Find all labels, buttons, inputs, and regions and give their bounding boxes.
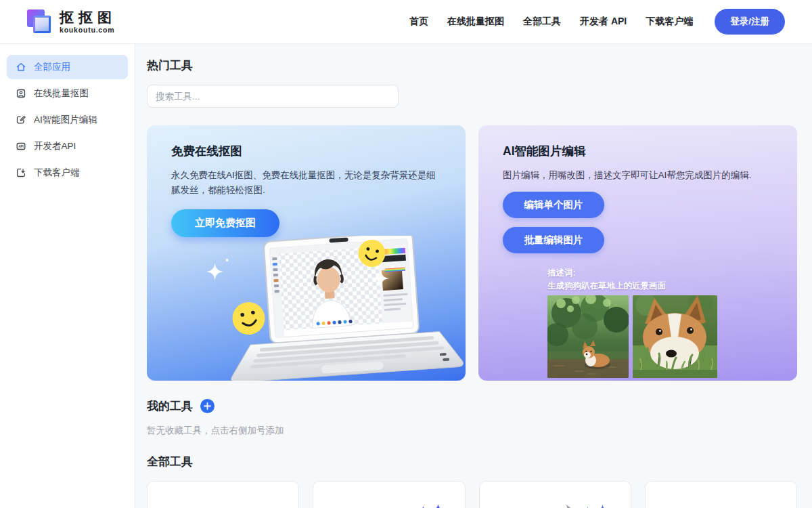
- sidebar-item-label: 下载客户端: [34, 167, 80, 179]
- brand-domain: koukoutu.com: [60, 26, 116, 34]
- free-cutout-title: 免费在线抠图: [171, 143, 445, 159]
- download-icon: [16, 167, 26, 178]
- nav-developer-api[interactable]: 开发者 API: [580, 16, 627, 28]
- portrait-icon: [16, 88, 26, 99]
- api-icon: API: [16, 141, 26, 152]
- output-image-figure: 输出结果: [633, 295, 717, 381]
- edit-icon: [16, 114, 26, 125]
- input-dog-image: [547, 295, 629, 378]
- sidebar-item-label: 全部应用: [34, 61, 70, 73]
- sparkle-icon: [420, 504, 443, 508]
- svg-text:API: API: [18, 145, 24, 148]
- edit-batch-images-button[interactable]: 批量编辑图片: [503, 227, 604, 253]
- nav-home[interactable]: 首页: [409, 16, 428, 28]
- tool-card-pattern-extract[interactable]: 万物图案提取: [645, 481, 797, 508]
- sidebar-item-label: AI智能图片编辑: [34, 114, 97, 126]
- search-input[interactable]: [147, 85, 399, 108]
- add-tool-button[interactable]: [200, 399, 215, 413]
- plus-icon: [204, 402, 211, 410]
- nav-batch-cutout[interactable]: 在线批量抠图: [447, 16, 504, 28]
- brand-name: 抠抠图: [60, 9, 116, 25]
- nav-download-client[interactable]: 下载客户端: [646, 16, 693, 28]
- sidebar-item-all-apps[interactable]: 全部应用: [7, 55, 128, 79]
- free-cutout-cta-button[interactable]: 立即免费抠图: [171, 209, 279, 237]
- tool-card-plant-cutout[interactable]: [313, 481, 465, 508]
- my-tools-title: 我的工具: [147, 398, 193, 414]
- my-tools-header: 我的工具: [147, 398, 797, 414]
- ai-edit-description: 图片编辑，用嘴改图，描述文字即可让AI帮您完成图片的编辑.: [503, 168, 772, 183]
- app-window: 抠抠图 koukoutu.com 首页 在线批量抠图 全部工具 开发者 API …: [0, 0, 812, 508]
- smiley-sticker: [229, 299, 268, 338]
- sidebar-item-developer-api[interactable]: API 开发者API: [7, 134, 128, 158]
- sparkle-icon: [585, 505, 608, 508]
- sidebar-item-label: 开发者API: [34, 140, 76, 152]
- all-tools-grid: 万物图案提取: [147, 481, 797, 508]
- brand-logo-icon: [27, 9, 53, 35]
- prompt-example: 描述词: 生成狗狗趴在草地上的近景画面: [547, 267, 777, 293]
- tool-card-portrait-cutout[interactable]: [147, 481, 299, 508]
- tool-card-photo-compare[interactable]: [479, 481, 631, 508]
- ai-edit-title: AI智能图片编辑: [503, 143, 777, 159]
- prompt-label: 描述词:: [547, 267, 777, 280]
- sidebar-item-label: 在线批量抠图: [34, 87, 89, 100]
- login-register-button[interactable]: 登录/注册: [715, 9, 785, 35]
- laptop-illustration: [147, 236, 466, 381]
- output-dog-image: [633, 295, 717, 378]
- sidebar-item-download-client[interactable]: 下载客户端: [7, 161, 128, 185]
- all-tools-title: 全部工具: [147, 454, 797, 469]
- top-nav: 首页 在线批量抠图 全部工具 开发者 API 下载客户端 登录/注册: [409, 9, 785, 35]
- sidebar-item-batch-cutout[interactable]: 在线批量抠图: [7, 81, 128, 106]
- nav-all-tools[interactable]: 全部工具: [523, 16, 561, 28]
- edit-single-image-button[interactable]: 编辑单个图片: [503, 192, 604, 218]
- my-tools-empty-text: 暂无收藏工具，点击右侧加号添加: [147, 425, 797, 437]
- home-icon: [16, 62, 26, 72]
- input-image-figure: 输入图片: [547, 295, 629, 381]
- sidebar: 全部应用 在线批量抠图 AI智能图片编辑 API 开发者API: [0, 44, 135, 508]
- brand-logo[interactable]: 抠抠图 koukoutu.com: [27, 9, 116, 35]
- prompt-text: 生成狗狗趴在草地上的近景画面: [547, 280, 777, 293]
- hot-tools-title: 热门工具: [147, 58, 797, 73]
- sparkle-icon: [206, 259, 394, 287]
- ai-edit-card: AI智能图片编辑 图片编辑，用嘴改图，描述文字即可让AI帮您完成图片的编辑. 编…: [478, 125, 797, 381]
- smiley-sticker: [355, 237, 388, 270]
- app-header: 抠抠图 koukoutu.com 首页 在线批量抠图 全部工具 开发者 API …: [0, 0, 812, 44]
- redo-arrow-icon: [538, 503, 580, 508]
- main-content: 热门工具 免费在线抠图 永久免费在线AI抠图、免费在线批量抠图，无论是复杂背景还…: [135, 44, 812, 508]
- free-cutout-description: 永久免费在线AI抠图、免费在线批量抠图，无论是复杂背景还是细腻发丝，都能轻松抠图…: [171, 168, 441, 198]
- before-after-examples: 输入图片: [547, 295, 777, 381]
- hero-cards-row: 免费在线抠图 永久免费在线AI抠图、免费在线批量抠图，无论是复杂背景还是细腻发丝…: [147, 125, 797, 381]
- free-cutout-card: 免费在线抠图 永久免费在线AI抠图、免费在线批量抠图，无论是复杂背景还是细腻发丝…: [147, 125, 466, 381]
- sidebar-item-ai-image-edit[interactable]: AI智能图片编辑: [7, 108, 128, 132]
